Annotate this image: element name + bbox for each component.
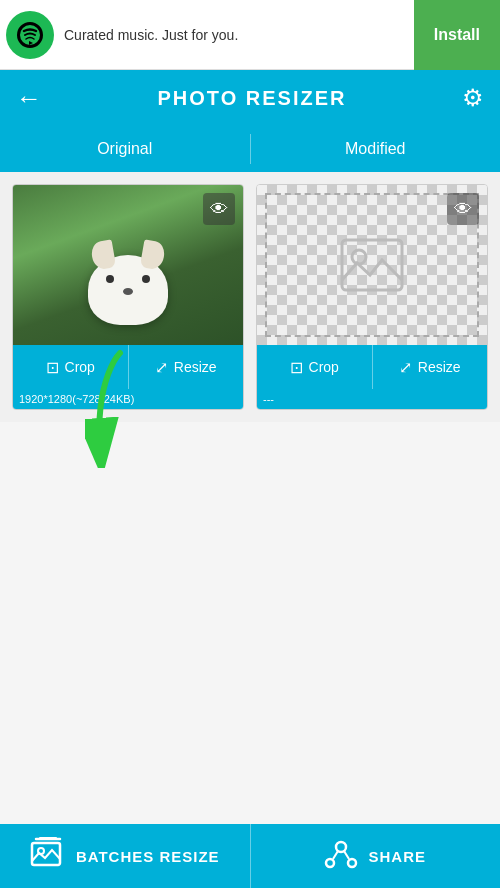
bottom-bar: BATCHES RESIZE SHARE [0, 824, 500, 888]
original-info: 1920*1280(~728.24KB) [13, 389, 243, 409]
original-panel: 👁 ⊡ Crop ⤢ Resize 1920*1280(~728.24KB) [12, 184, 244, 410]
dog-ear-right [140, 239, 167, 270]
resize-icon-modified: ⤢ [399, 358, 412, 377]
main-content: 👁 ⊡ Crop ⤢ Resize 1920*1280(~728.24KB) [0, 172, 500, 422]
svg-marker-1 [29, 41, 33, 45]
crop-icon-modified: ⊡ [290, 358, 303, 377]
spotify-icon [6, 11, 54, 59]
original-actions: ⊡ Crop ⤢ Resize [13, 345, 243, 389]
dog-ear-left [90, 239, 117, 270]
svg-point-11 [348, 859, 356, 867]
tab-row: Original Modified [0, 126, 500, 172]
tab-modified[interactable]: Modified [251, 126, 501, 172]
original-eye-button[interactable]: 👁 [203, 193, 235, 225]
eye-icon: 👁 [210, 199, 228, 220]
spotify-logo [0, 0, 60, 70]
modified-panel: 👁 ⊡ Crop ⤢ Resize --- [256, 184, 488, 410]
svg-point-9 [336, 842, 346, 852]
modified-info: --- [257, 389, 487, 409]
original-image-container: 👁 [13, 185, 243, 345]
batches-icon [30, 837, 66, 876]
svg-line-13 [344, 851, 349, 859]
header: ← PHOTO RESIZER ⚙ [0, 70, 500, 126]
modified-image-container: 👁 [257, 185, 487, 345]
modified-resize-button[interactable]: ⤢ Resize [373, 345, 488, 389]
modified-crop-button[interactable]: ⊡ Crop [257, 345, 373, 389]
ad-banner: Curated music. Just for you. Install [0, 0, 500, 70]
modified-actions: ⊡ Crop ⤢ Resize [257, 345, 487, 389]
resize-icon: ⤢ [155, 358, 168, 377]
settings-button[interactable]: ⚙ [462, 84, 484, 112]
dog-body [88, 255, 168, 325]
page-title: PHOTO RESIZER [158, 87, 347, 110]
dog-eye-left [106, 275, 114, 283]
modified-eye-button[interactable]: 👁 [447, 193, 479, 225]
crop-icon: ⊡ [46, 358, 59, 377]
svg-line-12 [333, 851, 338, 859]
dog-eye-right [142, 275, 150, 283]
share-icon [324, 837, 358, 876]
svg-point-10 [326, 859, 334, 867]
dog-nose [123, 288, 133, 295]
original-resize-button[interactable]: ⤢ Resize [129, 345, 244, 389]
share-label: SHARE [368, 848, 426, 865]
install-button[interactable]: Install [414, 0, 500, 70]
share-button[interactable]: SHARE [251, 824, 501, 888]
svg-point-0 [17, 22, 43, 48]
original-crop-button[interactable]: ⊡ Crop [13, 345, 129, 389]
ad-text: Curated music. Just for you. [60, 27, 414, 43]
eye-icon-modified: 👁 [454, 199, 472, 220]
batches-resize-button[interactable]: BATCHES RESIZE [0, 824, 251, 888]
tab-original[interactable]: Original [0, 126, 250, 172]
back-button[interactable]: ← [16, 83, 42, 114]
batches-label: BATCHES RESIZE [76, 848, 220, 865]
